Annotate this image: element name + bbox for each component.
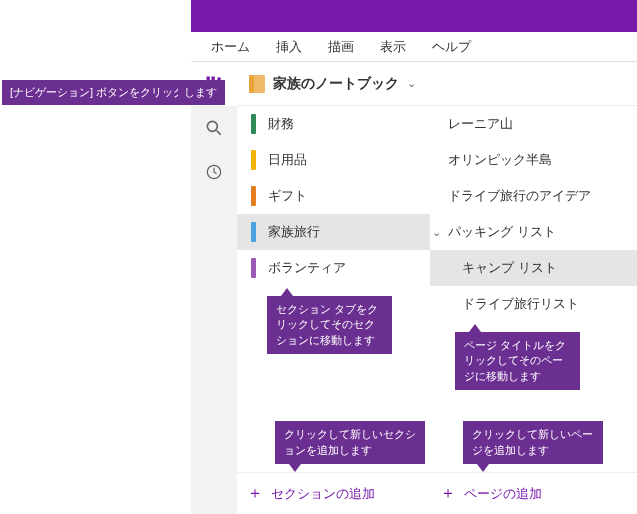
rail-bar (191, 62, 237, 514)
page-item[interactable]: キャンプ リスト (430, 250, 637, 286)
page-label: キャンプ リスト (462, 259, 557, 277)
menu-help[interactable]: ヘルプ (420, 34, 483, 60)
page-label: パッキング リスト (448, 223, 556, 241)
page-item[interactable]: ドライブ旅行のアイデア (430, 178, 637, 214)
section-item[interactable]: ギフト (237, 178, 430, 214)
section-label: 日用品 (268, 151, 307, 169)
chevron-down-icon[interactable]: ⌄ (432, 226, 441, 239)
menu-home[interactable]: ホーム (199, 34, 262, 60)
add-page-label: ページの追加 (464, 485, 542, 503)
section-label: ボランティア (268, 259, 346, 277)
section-color-tab (251, 186, 256, 206)
section-color-tab (251, 222, 256, 242)
callout-add-page: クリックして新しいページを追加します (463, 421, 603, 464)
columns: 財務 日用品 ギフト 家族旅行 (237, 106, 637, 514)
section-item[interactable]: 日用品 (237, 142, 430, 178)
add-section-button[interactable]: ＋ セクションの追加 (237, 472, 430, 514)
menu-view[interactable]: 表示 (368, 34, 418, 60)
sections-column: 財務 日用品 ギフト 家族旅行 (237, 106, 430, 514)
notebook-title: 家族のノートブック (273, 75, 399, 93)
page-label: ドライブ旅行のアイデア (448, 187, 591, 205)
add-section-label: セクションの追加 (271, 485, 375, 503)
plus-icon: ＋ (247, 483, 263, 504)
recent-button[interactable] (191, 150, 237, 194)
notebook-header[interactable]: 家族のノートブック ⌄ (237, 62, 637, 106)
clock-icon (204, 162, 224, 182)
svg-point-3 (207, 121, 217, 131)
svg-line-4 (217, 131, 221, 135)
plus-icon: ＋ (440, 483, 456, 504)
main-area: 家族のノートブック ⌄ 財務 日用品 ギフト (191, 62, 637, 514)
menu-draw[interactable]: 描画 (316, 34, 366, 60)
add-page-button[interactable]: ＋ ページの追加 (430, 472, 637, 514)
app-window: ホーム 挿入 描画 表示 ヘルプ (191, 0, 637, 514)
page-item[interactable]: オリンピック半島 (430, 142, 637, 178)
callout-section-tab: セクション タブをクリックしてそのセクションに移動します (267, 296, 392, 354)
pages-column: レーニア山 オリンピック半島 ドライブ旅行のアイデア ⌄ パッキング リスト キ… (430, 106, 637, 514)
chevron-down-icon: ⌄ (407, 77, 416, 90)
page-item[interactable]: レーニア山 (430, 106, 637, 142)
section-item[interactable]: 家族旅行 (237, 214, 430, 250)
title-bar (191, 0, 637, 32)
navigation-panel: 家族のノートブック ⌄ 財務 日用品 ギフト (237, 62, 637, 514)
section-label: ギフト (268, 187, 307, 205)
section-label: 財務 (268, 115, 294, 133)
page-item[interactable]: ⌄ パッキング リスト (430, 214, 637, 250)
page-label: ドライブ旅行リスト (462, 295, 579, 313)
page-item[interactable]: ドライブ旅行リスト (430, 286, 637, 322)
callout-nav-arrow (178, 84, 186, 96)
search-icon (204, 118, 224, 138)
callout-nav-button: [ナビゲーション] ボタンをクリックします (2, 80, 225, 105)
menu-insert[interactable]: 挿入 (264, 34, 314, 60)
section-color-tab (251, 150, 256, 170)
section-color-tab (251, 258, 256, 278)
callout-add-section: クリックして新しいセクションを追加します (275, 421, 425, 464)
section-item[interactable]: 財務 (237, 106, 430, 142)
page-label: レーニア山 (448, 115, 513, 133)
callout-page-title: ページ タイトルをクリックしてそのページに移動します (455, 332, 580, 390)
section-item[interactable]: ボランティア (237, 250, 430, 286)
section-color-tab (251, 114, 256, 134)
page-label: オリンピック半島 (448, 151, 552, 169)
section-label: 家族旅行 (268, 223, 320, 241)
search-button[interactable] (191, 106, 237, 150)
menu-bar: ホーム 挿入 描画 表示 ヘルプ (191, 32, 637, 62)
notebook-icon (249, 75, 265, 93)
